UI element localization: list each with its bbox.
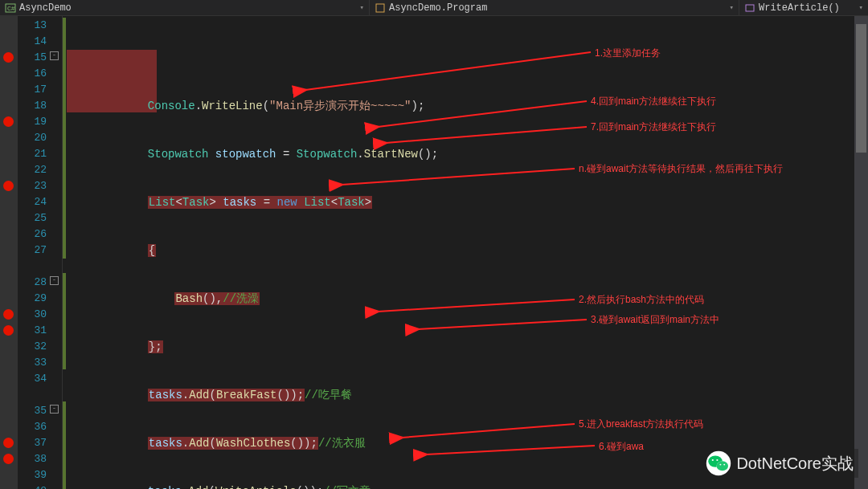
- line-number: 26: [18, 226, 47, 242]
- line-number: 14: [18, 34, 47, 50]
- code-area[interactable]: Console.WriteLine("Main异步演示开始~~~~~"); St…: [67, 16, 868, 489]
- line-number: 23: [18, 178, 47, 194]
- line-number: 24: [18, 194, 47, 210]
- line-number: 38: [18, 451, 47, 467]
- code-editor[interactable]: 13 14 15 16 17 18 19 20 21 22 23 24 25 2…: [0, 16, 868, 489]
- breakpoint[interactable]: [3, 52, 14, 63]
- line-number: 16: [18, 66, 47, 82]
- svg-point-20: [724, 464, 726, 466]
- breakpoint[interactable]: [3, 438, 14, 448]
- line-number: 18: [18, 98, 47, 114]
- line-number: 31: [18, 323, 47, 339]
- watermark: DotNetCore实战: [701, 449, 858, 478]
- annotation: 7.回到main方法继续往下执行: [591, 120, 716, 134]
- line-number: 22: [18, 162, 47, 178]
- nav-class-dropdown[interactable]: AsyncDemo.Program ▾: [370, 0, 739, 15]
- svg-text:C#: C#: [7, 5, 15, 12]
- breakpoint-gutter[interactable]: [0, 16, 18, 489]
- annotation: 3.碰到await返回到main方法中: [591, 313, 719, 327]
- chevron-down-icon: ▾: [859, 3, 863, 12]
- wechat-icon: [706, 450, 731, 476]
- chevron-down-icon: ▾: [730, 3, 734, 12]
- line-number: 37: [18, 435, 47, 451]
- line-number: 27: [18, 242, 47, 259]
- line-number: 17: [18, 82, 47, 98]
- line-number: 34: [18, 371, 47, 387]
- nav-project-label: AsyncDemo: [19, 2, 72, 14]
- svg-point-16: [717, 461, 728, 471]
- line-number: 32: [18, 339, 47, 355]
- nav-method-dropdown[interactable]: WriteArticle() ▾: [739, 0, 868, 15]
- annotation: 4.回到main方法继续往下执行: [591, 95, 716, 108]
- line-number: 30: [18, 307, 47, 323]
- line-number: 25: [18, 210, 47, 226]
- chevron-down-icon: ▾: [360, 3, 364, 12]
- line-number: 15: [18, 50, 47, 66]
- nav-method-label: WriteArticle(): [759, 2, 840, 14]
- line-number-gutter: 13 14 15 16 17 18 19 20 21 22 23 24 25 2…: [18, 16, 47, 489]
- line-number: 40: [18, 483, 47, 489]
- navigation-bar: C# AsyncDemo ▾ AsyncDemo.Program ▾ Write…: [0, 0, 868, 16]
- watermark-text: DotNetCore实战: [736, 453, 854, 475]
- line-number: 29: [18, 291, 47, 307]
- svg-point-18: [717, 459, 719, 461]
- breakpoint[interactable]: [3, 325, 14, 336]
- annotation: 5.进入breakfast方法执行代码: [579, 418, 703, 431]
- folding-gutter[interactable]: - - -: [47, 16, 63, 489]
- nav-project-dropdown[interactable]: C# AsyncDemo ▾: [0, 0, 370, 15]
- line-number: 35: [18, 403, 47, 419]
- breakpoint[interactable]: [3, 181, 14, 191]
- line-number: 36: [18, 419, 47, 435]
- line-number: 28: [18, 275, 47, 291]
- annotation: n.碰到await方法等待执行结果，然后再往下执行: [579, 162, 783, 176]
- vertical-scrollbar[interactable]: [854, 16, 868, 489]
- fold-toggle[interactable]: -: [50, 276, 59, 285]
- line-number: 20: [18, 130, 47, 146]
- annotation: 6.碰到awa: [599, 440, 644, 454]
- csharp-icon: C#: [5, 2, 16, 14]
- line-number: 19: [18, 114, 47, 130]
- line-number: 39: [18, 467, 47, 483]
- line-number: 21: [18, 146, 47, 162]
- scrollbar-thumb[interactable]: [856, 24, 866, 153]
- fold-toggle[interactable]: -: [50, 51, 59, 60]
- method-icon: [744, 2, 755, 14]
- breakpoint[interactable]: [3, 309, 14, 320]
- line-number: 13: [18, 18, 47, 34]
- svg-rect-2: [376, 4, 384, 12]
- annotation: 2.然后执行bash方法中的代码: [579, 293, 704, 307]
- svg-point-19: [720, 464, 722, 466]
- line-number: 33: [18, 355, 47, 371]
- breakpoint[interactable]: [3, 454, 14, 464]
- nav-class-label: AsyncDemo.Program: [389, 2, 487, 14]
- fold-toggle[interactable]: -: [50, 405, 59, 414]
- class-icon: [375, 2, 386, 14]
- breakpoint[interactable]: [3, 116, 14, 127]
- svg-rect-3: [746, 5, 754, 11]
- annotation: 1.这里添加任务: [595, 47, 661, 60]
- svg-point-17: [712, 459, 714, 461]
